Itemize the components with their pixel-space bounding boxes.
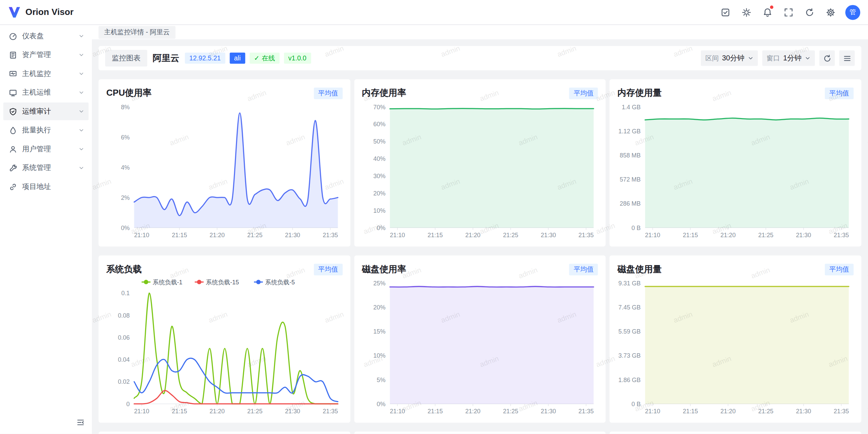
host-header-card: 监控图表 阿里云 12.92.5.21 ali ✓ 在线 v1.0.0 区间 3…	[99, 46, 862, 71]
chevron-down-icon	[79, 33, 84, 39]
sidebar-item-label: 项目地址	[22, 182, 84, 192]
range-select-value: 30分钟	[722, 53, 744, 63]
check-square-icon	[721, 7, 730, 17]
audit-shield-icon	[9, 107, 17, 115]
notification-dot	[770, 5, 773, 9]
monitor-chart-button[interactable]: 监控图表	[105, 50, 147, 67]
chart-svg: 0%5%10%15%20%25%21:1021:1521:2021:2521:3…	[362, 277, 598, 418]
sidebar-item-assets[interactable]: 资产管理	[3, 46, 88, 64]
svg-text:21:10: 21:10	[390, 408, 405, 415]
settings-button[interactable]	[822, 4, 839, 20]
chart-title: 系统负载	[106, 263, 141, 275]
link-icon	[9, 183, 17, 191]
svg-text:10%: 10%	[373, 207, 385, 214]
app-title: Orion Visor	[25, 7, 74, 17]
theme-icon	[742, 7, 751, 17]
svg-text:21:25: 21:25	[503, 232, 518, 239]
sidebar-collapse-button[interactable]	[74, 416, 86, 428]
svg-text:858 MB: 858 MB	[620, 152, 641, 159]
user-icon	[9, 145, 17, 153]
svg-text:21:15: 21:15	[427, 232, 442, 239]
svg-text:系统负载-15: 系统负载-15	[206, 279, 239, 286]
sidebar-item-project-link[interactable]: 项目地址	[3, 178, 88, 195]
host-tag-badge: ali	[230, 53, 245, 64]
svg-text:5.59 GB: 5.59 GB	[618, 328, 641, 335]
svg-text:21:30: 21:30	[540, 232, 556, 239]
chart-card-partial	[99, 432, 350, 434]
content-scroll: 监控图表 阿里云 12.92.5.21 ali ✓ 在线 v1.0.0 区间 3…	[92, 39, 868, 434]
theme-button[interactable]	[738, 4, 754, 20]
svg-text:8%: 8%	[121, 104, 130, 111]
chart-list-button[interactable]	[839, 51, 855, 66]
sidebar-item-label: 主机监控	[22, 69, 74, 78]
svg-text:21:20: 21:20	[721, 232, 736, 239]
average-badge: 平均值	[569, 87, 598, 99]
batch-icon	[9, 126, 17, 134]
check-square-button[interactable]	[717, 4, 733, 20]
svg-text:1.4 GB: 1.4 GB	[622, 104, 641, 111]
main-content: 主机监控详情 - 阿里云 监控图表 阿里云 12.92.5.21 ali ✓ 在…	[92, 25, 868, 434]
svg-text:15%: 15%	[373, 328, 385, 335]
sidebar-item-dashboard[interactable]: 仪表盘	[3, 27, 88, 45]
system-load-chart: 00.020.040.060.080.121:1021:1521:2021:25…	[106, 277, 342, 418]
host-name: 阿里云	[153, 52, 179, 64]
svg-text:20%: 20%	[373, 304, 385, 311]
svg-text:21:35: 21:35	[834, 232, 849, 239]
list-icon	[843, 54, 851, 62]
svg-text:21:30: 21:30	[285, 408, 300, 415]
fullscreen-button[interactable]	[780, 4, 796, 20]
svg-text:21:25: 21:25	[503, 408, 518, 415]
svg-text:21:10: 21:10	[134, 408, 149, 415]
svg-text:21:15: 21:15	[172, 232, 187, 239]
window-select[interactable]: 窗口 1分钟	[762, 51, 815, 66]
svg-text:21:15: 21:15	[427, 408, 442, 415]
svg-text:21:35: 21:35	[834, 408, 849, 415]
sidebar-item-host-ops[interactable]: 主机运维	[3, 84, 88, 101]
check-icon: ✓	[254, 54, 259, 62]
sidebar-item-system-mgmt[interactable]: 系统管理	[3, 159, 88, 177]
sidebar-item-label: 主机运维	[22, 88, 74, 97]
average-badge: 平均值	[825, 87, 854, 99]
chevron-down-icon	[79, 109, 84, 114]
chart-title: 磁盘使用率	[362, 263, 406, 275]
svg-text:5%: 5%	[376, 377, 385, 383]
sidebar-item-user-mgmt[interactable]: 用户管理	[3, 140, 88, 158]
svg-text:0.1: 0.1	[121, 290, 130, 297]
svg-text:21:30: 21:30	[285, 232, 300, 239]
svg-text:1.86 GB: 1.86 GB	[618, 377, 641, 383]
chart-svg: 00.020.040.060.080.121:1021:1521:2021:25…	[106, 277, 342, 418]
chart-card: 系统负载 平均值 00.020.040.060.080.121:1021:152…	[99, 256, 350, 423]
svg-text:25%: 25%	[373, 280, 385, 287]
sidebar-menu: 仪表盘资产管理主机监控主机运维运维审计批量执行用户管理系统管理项目地址	[0, 27, 92, 416]
svg-text:6%: 6%	[121, 134, 130, 141]
chevron-down-icon	[79, 128, 84, 133]
sidebar-item-host-monitoring[interactable]: 主机监控	[3, 65, 88, 82]
svg-text:0: 0	[126, 401, 130, 408]
svg-text:21:30: 21:30	[796, 408, 811, 415]
refresh-button[interactable]	[801, 4, 817, 20]
partial-card-row	[99, 432, 862, 434]
topbar: Orion Visor 管	[0, 0, 868, 25]
bell-button[interactable]	[759, 4, 775, 20]
chevron-down-icon	[79, 146, 84, 152]
host-status-badge: ✓ 在线	[250, 53, 279, 64]
sidebar-item-label: 系统管理	[22, 163, 74, 173]
svg-text:0%: 0%	[376, 401, 385, 408]
chart-card: 磁盘使用量 平均值 0 B1.86 GB3.73 GB5.59 GB7.45 G…	[610, 256, 861, 423]
sidebar-item-batch-exec[interactable]: 批量执行	[3, 121, 88, 139]
svg-text:50%: 50%	[373, 138, 385, 145]
chart-svg: 0%10%20%30%40%50%60%70%21:1021:1521:2021…	[362, 100, 598, 242]
sidebar-item-ops-audit[interactable]: 运维审计	[3, 102, 88, 120]
refresh-charts-button[interactable]	[819, 51, 835, 66]
svg-text:0.04: 0.04	[118, 356, 130, 363]
svg-text:21:35: 21:35	[323, 408, 338, 415]
average-badge: 平均值	[314, 263, 342, 275]
chart-card: 磁盘使用率 平均值 0%5%10%15%20%25%21:1021:1521:2…	[354, 256, 606, 423]
svg-text:21:35: 21:35	[578, 232, 594, 239]
svg-text:572 MB: 572 MB	[620, 176, 641, 183]
svg-text:21:25: 21:25	[247, 232, 262, 239]
range-select[interactable]: 区间 30分钟	[701, 51, 757, 66]
avatar[interactable]: 管	[845, 5, 860, 20]
chevron-down-icon	[79, 90, 84, 95]
window-select-value: 1分钟	[783, 53, 802, 63]
